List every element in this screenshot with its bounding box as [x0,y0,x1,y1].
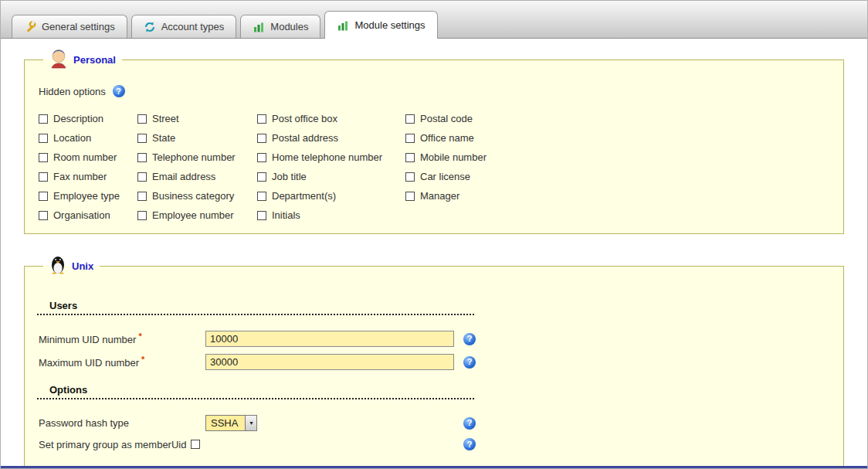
hidden-option-label: Car license [420,171,470,182]
hidden-option-item: Post office box [257,113,405,124]
hidden-option-checkbox[interactable] [137,153,147,162]
hidden-option-checkbox[interactable] [257,153,266,162]
options-heading: Options [37,384,474,399]
hidden-option-label: Post office box [272,113,337,124]
module-settings-icon [337,19,349,32]
hidden-options-column: StreetStateTelephone numberEmail address… [137,113,257,221]
hidden-option-label: State [152,132,175,144]
password-hash-select[interactable]: SSHA ▼ [205,415,257,431]
users-heading: Users [37,300,474,315]
hidden-option-checkbox[interactable] [39,192,48,201]
hidden-option-label: Mobile number [420,151,487,163]
maximum-uid-input[interactable] [205,354,454,370]
hidden-option-label: Organisation [53,209,110,221]
personal-section-title: Personal [73,54,116,66]
tab-label: Module settings [354,19,425,31]
hidden-option-label: Fax number [53,171,107,182]
hidden-option-checkbox[interactable] [39,114,48,124]
hidden-option-label: Email address [152,171,215,182]
hidden-option-checkbox[interactable] [137,192,147,201]
hidden-option-item: Postal address [257,132,405,144]
hidden-option-checkbox[interactable] [405,153,415,162]
help-icon[interactable]: ? [463,356,476,369]
hidden-option-checkbox[interactable] [257,192,266,201]
hidden-option-checkbox[interactable] [257,172,266,182]
hidden-options-column: Postal codeOffice nameMobile numberCar l… [405,113,487,221]
hidden-option-label: Location [53,132,91,144]
hidden-option-item: Description [39,113,137,124]
person-icon [49,48,68,71]
hidden-option-checkbox[interactable] [137,172,147,182]
settings-tabbar: General settings Account types [1,1,867,39]
hidden-option-checkbox[interactable] [405,114,415,124]
hidden-options-row: Hidden options ? [39,85,831,97]
hidden-option-checkbox[interactable] [257,134,266,143]
minimum-uid-input[interactable] [205,331,454,347]
tab-label: General settings [42,21,115,32]
hidden-option-label: Room number [53,151,117,163]
help-icon[interactable]: ? [463,417,476,430]
hidden-option-label: Postal address [272,132,338,144]
hidden-option-item: Manager [405,190,487,202]
help-icon[interactable]: ? [463,333,476,345]
help-icon[interactable]: ? [463,438,476,450]
hidden-option-checkbox[interactable] [257,211,266,220]
hidden-option-checkbox[interactable] [257,114,266,124]
hidden-option-checkbox[interactable] [39,153,48,162]
tab-account-types[interactable]: Account types [131,15,237,38]
unix-section: Unix Users Minimum UID number* ? Maximum… [24,254,844,469]
hidden-option-item: Mobile number [405,151,487,163]
help-icon[interactable]: ? [113,85,125,97]
hidden-option-checkbox[interactable] [405,172,415,182]
hidden-option-label: Postal code [420,113,473,124]
hidden-option-checkbox[interactable] [405,134,415,143]
hidden-option-checkbox[interactable] [137,114,147,124]
hidden-option-label: Manager [420,190,459,202]
hidden-option-item: Email address [137,171,257,182]
tux-penguin-icon [49,254,66,278]
hidden-option-item: Fax number [39,171,137,182]
hidden-option-label: Street [152,113,179,124]
hidden-option-checkbox[interactable] [39,211,48,220]
hidden-option-checkbox[interactable] [39,172,48,182]
hidden-options-column: DescriptionLocationRoom numberFax number… [39,113,137,221]
hidden-option-item: Initials [257,209,405,221]
hidden-option-item: Home telephone number [257,151,405,163]
maximum-uid-label: Maximum UID number* [39,355,205,369]
hidden-option-label: Department(s) [272,190,336,202]
wrench-icon [24,21,36,33]
tab-general-settings[interactable]: General settings [12,15,127,38]
hidden-option-checkbox[interactable] [405,192,415,201]
hidden-option-item: Business category [137,190,257,202]
lam-configuration-page: General settings Account types [0,0,868,469]
hidden-option-label: Job title [272,171,307,182]
password-hash-row: Password hash type SSHA ▼ ? [39,415,476,431]
hidden-option-label: Description [53,113,103,124]
member-uid-row: Set primary group as memberUid ? [39,438,476,450]
hidden-option-checkbox[interactable] [137,134,147,143]
hidden-option-label: Employee number [152,209,234,221]
personal-section-legend: Personal [43,48,122,71]
hidden-option-item: Postal code [405,113,487,124]
hidden-option-checkbox[interactable] [39,134,48,143]
hidden-options-grid: DescriptionLocationRoom numberFax number… [39,113,831,221]
tab-modules[interactable]: Modules [240,15,320,38]
hidden-option-item: Organisation [39,209,137,221]
hidden-option-item: Office name [405,132,487,144]
hidden-option-label: Business category [152,190,234,202]
modules-icon [253,21,265,33]
member-uid-checkbox[interactable] [191,440,200,449]
hidden-option-item: Employee type [39,190,137,202]
hidden-option-checkbox[interactable] [137,211,147,220]
tab-module-settings[interactable]: Module settings [324,11,437,39]
personal-section: Personal Hidden options ? DescriptionLoc… [24,48,844,234]
maximum-uid-row: Maximum UID number* ? [39,354,476,370]
hidden-option-label: Office name [420,132,474,144]
hidden-option-item: Department(s) [257,190,405,202]
unix-section-legend: Unix [43,254,100,278]
minimum-uid-label: Minimum UID number* [39,331,205,345]
required-asterisk: * [141,355,144,364]
module-settings-content: Personal Hidden options ? DescriptionLoc… [1,39,867,469]
hidden-option-item: Telephone number [137,151,257,163]
hidden-options-label: Hidden options [39,86,106,97]
